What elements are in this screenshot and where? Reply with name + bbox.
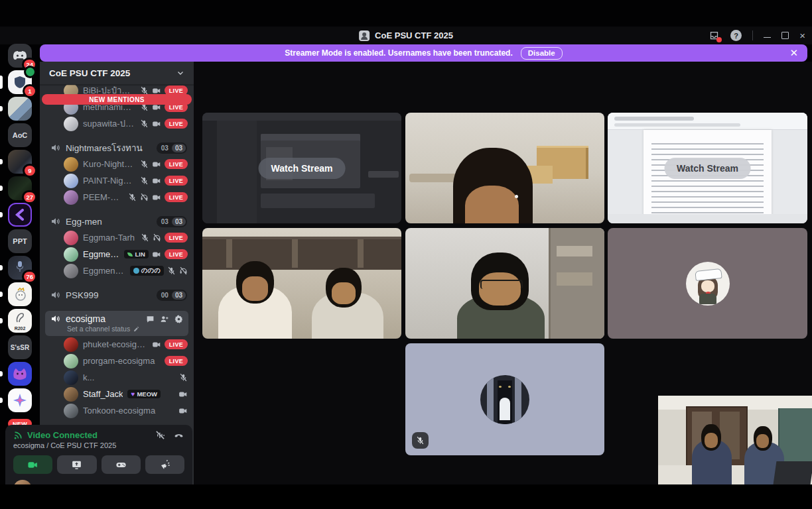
new-mentions-pill[interactable]: NEW MENTIONS: [42, 94, 192, 105]
pip-webcam[interactable]: [658, 396, 812, 484]
maximize-button[interactable]: [781, 32, 789, 39]
close-button[interactable]: ×: [799, 30, 805, 40]
server-icon-2[interactable]: 1: [8, 70, 32, 94]
server-icon-7[interactable]: [8, 203, 32, 227]
voice-user-row[interactable]: Eggmen-Book ののの: [40, 262, 194, 279]
tile-art: [332, 282, 356, 304]
camera-icon: [152, 193, 161, 202]
server-icon-9[interactable]: 76: [8, 256, 32, 280]
chevron-down-icon: [176, 69, 184, 77]
voice-channel-row-selected[interactable]: ecosigma Set a channel status: [45, 311, 188, 336]
avatar: [64, 231, 78, 245]
voice-user-row[interactable]: k...: [40, 369, 194, 386]
server-icon-ssr[interactable]: S'sSR: [8, 335, 32, 359]
chat-bubble-icon[interactable]: [146, 315, 155, 323]
server-icon-aoc[interactable]: AoC: [8, 123, 32, 147]
noise-suppression-icon[interactable]: [155, 430, 165, 440]
server-icon-6[interactable]: 27: [8, 176, 32, 200]
tile-art: [557, 246, 592, 257]
avatar: [64, 190, 78, 205]
camera-icon: [178, 390, 188, 399]
app-icon: [359, 30, 370, 41]
tile-art: [515, 195, 518, 198]
voice-channel-row[interactable]: Nightmaresโรงทาน 0303: [40, 140, 194, 156]
avatar: [64, 404, 78, 418]
minimize-button[interactable]: [764, 37, 771, 38]
camera-icon: [152, 340, 161, 349]
disable-streamer-mode-button[interactable]: Disable: [521, 47, 563, 60]
voice-user-row[interactable]: Eggman-Tarh LIVE: [40, 229, 194, 246]
server-icon-14[interactable]: [8, 388, 32, 412]
user-status-icons: LIVE: [128, 192, 188, 202]
voice-user-row[interactable]: Tonkoon-ecosigma: [40, 402, 194, 419]
voice-channel-location: ecosigma / CoE PSU CTF 2025: [13, 441, 184, 449]
video-tile-webcam-2[interactable]: [202, 228, 401, 339]
live-badge: LIVE: [165, 339, 188, 349]
camera-icon: [152, 250, 161, 259]
camera-icon: [152, 119, 161, 129]
user-status-icons: LIVE: [141, 233, 188, 243]
voice-user-row[interactable]: Eggmen-Pluem LIN LIVE: [40, 246, 194, 262]
laptop-art: [774, 461, 812, 484]
voice-user-row[interactable]: PAINT-Nightmare... LIVE: [40, 172, 194, 189]
voice-user-name: Eggmen-Pluem: [83, 249, 119, 259]
voice-user-name: Staff_Jack: [83, 389, 123, 399]
video-tile-avatar-2[interactable]: [405, 343, 604, 455]
home-button[interactable]: 24: [8, 44, 32, 68]
video-tile-webcam-3[interactable]: [405, 228, 604, 339]
voice-channel-row[interactable]: PSK999 0003: [40, 287, 194, 303]
channel-sidebar: CoE PSU CTF 2025 NEW MENTIONS BiBi-ปะป๋า…: [40, 62, 194, 484]
tile-art: [614, 117, 694, 121]
watch-stream-button[interactable]: Watch Stream: [259, 158, 346, 179]
server-icon-ppt[interactable]: PPT: [8, 229, 32, 253]
emoji-icon: [133, 268, 139, 274]
channel-list: NEW MENTIONS BiBi-ปะป๋าสั่งลุย LIVE meth…: [40, 85, 194, 443]
watch-stream-button[interactable]: Watch Stream: [664, 158, 751, 179]
voice-user-row[interactable]: phuket-ecosigma LIVE: [40, 336, 194, 353]
settings-gear-icon[interactable]: [174, 315, 183, 323]
tile-art: [557, 272, 592, 286]
server-icon-3[interactable]: [8, 97, 32, 121]
voice-user-row[interactable]: PEEM-Nightm... LIVE: [40, 189, 194, 205]
user-status-icons: LIVE: [140, 119, 188, 129]
banner-close-icon[interactable]: ✕: [789, 44, 798, 62]
disconnect-call-icon[interactable]: [173, 430, 184, 440]
server-icon-10[interactable]: [8, 282, 32, 306]
inbox-icon[interactable]: [709, 30, 720, 40]
voice-user-name: supawita-ปะป๋าสั่ง...: [83, 117, 135, 131]
deafen-muted-icon: [140, 193, 149, 201]
voice-status-panel: Video Connected ecosigma / CoE PSU CTF 2…: [5, 425, 192, 484]
avatar-art: [695, 268, 722, 280]
screenshare-button[interactable]: [57, 455, 96, 474]
activities-button[interactable]: [102, 455, 141, 474]
help-icon[interactable]: ?: [730, 30, 742, 41]
channel-status-hint[interactable]: Set a channel status: [50, 325, 183, 333]
camera-toggle-button[interactable]: [13, 455, 52, 474]
user-avatar-large: [480, 375, 529, 424]
voice-channel-row[interactable]: Egg-men 0303: [40, 213, 194, 229]
soundboard-button[interactable]: [145, 455, 184, 474]
voice-user-row[interactable]: prorgam-ecosigma LIVE: [40, 353, 194, 369]
invite-people-icon[interactable]: [160, 315, 169, 323]
server-icon-5[interactable]: 9: [8, 150, 32, 174]
live-badge: LIVE: [165, 192, 188, 202]
leaf-icon: [127, 253, 133, 256]
tile-art: [202, 121, 217, 223]
server-header[interactable]: CoE PSU CTF 2025: [40, 62, 194, 85]
streamer-mode-banner: Streamer Mode is enabled. Usernames have…: [40, 44, 807, 62]
voice-user-row[interactable]: Kuro-Nightmares... LIVE: [40, 156, 194, 172]
video-tile-webcam-1[interactable]: [405, 113, 604, 223]
video-tile-screenshare-1[interactable]: Watch Stream: [202, 113, 401, 223]
server-icon-r202[interactable]: R202: [8, 309, 32, 333]
mention-badge: 1: [25, 86, 35, 96]
tile-art: [608, 214, 807, 223]
mic-muted-icon: [416, 436, 425, 445]
voice-activity-badge: [26, 68, 34, 76]
voice-user-row[interactable]: Staff_Jack ♥MEOW: [40, 386, 194, 402]
voice-user-row[interactable]: supawita-ปะป๋าสั่ง... LIVE: [40, 115, 194, 132]
live-badge: LIVE: [165, 356, 188, 366]
video-tile-avatar-1[interactable]: [608, 228, 807, 339]
speaker-icon: [50, 216, 61, 227]
video-tile-screenshare-2[interactable]: Watch Stream: [608, 113, 807, 223]
server-icon-13[interactable]: [8, 362, 32, 386]
